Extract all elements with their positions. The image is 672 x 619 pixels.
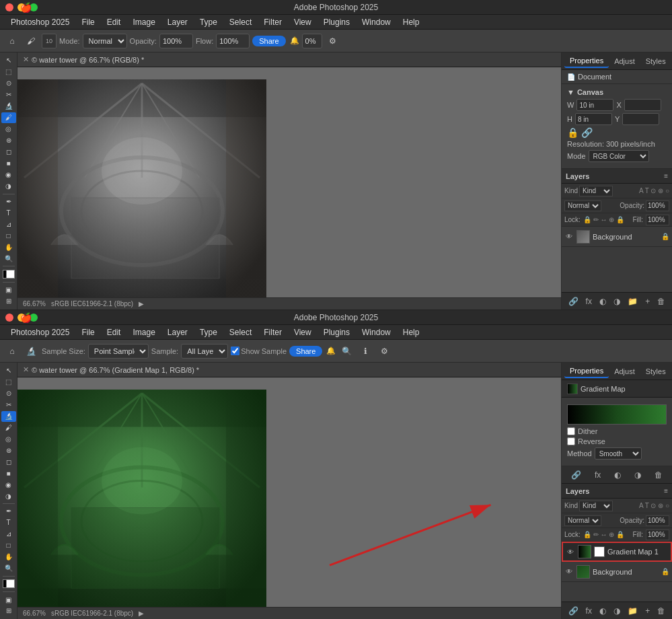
lt-pen-top[interactable]: ✒	[1, 196, 16, 207]
top-mode-select[interactable]: RGB Color	[589, 150, 649, 162]
menu-view-top[interactable]: View	[289, 16, 317, 28]
lt-blur-top[interactable]: ◉	[1, 170, 16, 180]
lt-zoom-bottom[interactable]: 🔍	[1, 563, 16, 574]
lt-eraser-bottom[interactable]: ◻	[1, 457, 16, 468]
bottom-lf-fx[interactable]: fx	[583, 605, 595, 617]
bottom-layers-menu[interactable]: ≡	[664, 487, 668, 495]
lt-extra2-bottom[interactable]: ⊞	[1, 606, 16, 616]
bottom-lf-link[interactable]: 🔗	[566, 605, 581, 617]
top-h-input[interactable]	[575, 113, 612, 125]
lt-shape-top[interactable]: □	[1, 231, 16, 242]
home-btn-top[interactable]: ⌂	[4, 33, 20, 49]
lt-path-top[interactable]: ⊿	[1, 219, 16, 230]
bottom-layer-gradmap[interactable]: 👁 Gradient Map 1	[562, 542, 672, 562]
bottom-lf-group[interactable]: 📁	[625, 605, 640, 617]
top-lf-new[interactable]: +	[642, 295, 652, 307]
top-x-input[interactable]	[624, 99, 661, 111]
menu-layer-bottom[interactable]: Layer	[162, 326, 193, 338]
top-lf-link[interactable]: 🔗	[566, 295, 581, 307]
tab-styles-bottom[interactable]: Styles	[640, 365, 671, 377]
lt-dodge-bottom[interactable]: ◑	[1, 490, 16, 501]
share-btn-bottom[interactable]: Share	[289, 346, 322, 357]
top-lf-fx[interactable]: fx	[583, 295, 595, 307]
menu-type-bottom[interactable]: Type	[194, 326, 223, 338]
lt-extra2-top[interactable]: ⊞	[1, 296, 16, 307]
bottom-opacity-val[interactable]: 100%	[646, 515, 669, 526]
bottom-adj-btn1[interactable]: 🔗	[568, 469, 584, 481]
lt-select-bottom[interactable]: ⬚	[1, 377, 16, 388]
eyedrop-btn-bottom[interactable]: 🔬	[23, 343, 39, 359]
menu-select-bottom[interactable]: Select	[224, 326, 257, 338]
lt-stamp-top[interactable]: ◎	[1, 124, 16, 135]
lt-move-bottom[interactable]: ↖	[1, 365, 16, 376]
menu-view-bottom[interactable]: View	[289, 326, 317, 338]
menu-plugins-top[interactable]: Plugins	[318, 16, 355, 28]
bottom-adj-btn3[interactable]: ◐	[611, 469, 624, 481]
dither-checkbox[interactable]	[567, 427, 575, 435]
top-lf-adj[interactable]: ◑	[611, 295, 623, 307]
opacity-input-top[interactable]: 100%	[159, 34, 193, 48]
dither-label[interactable]: Dither	[567, 427, 667, 435]
menu-photoshop-bottom[interactable]: Photoshop 2025	[5, 326, 75, 338]
lt-colors-bottom[interactable]	[3, 579, 15, 588]
menu-filter-top[interactable]: Filter	[258, 16, 287, 28]
lt-select-top[interactable]: ⬚	[1, 67, 16, 77]
menu-window-top[interactable]: Window	[357, 16, 396, 28]
top-blend-select[interactable]: Normal	[564, 201, 601, 211]
top-link-icon2[interactable]: 🔗	[581, 127, 593, 138]
sample-size-select[interactable]: Point Sample	[88, 344, 149, 359]
lt-bg-color-bottom[interactable]	[6, 579, 15, 588]
bottom-kind-select[interactable]: Kind	[579, 501, 613, 511]
gmap-preview[interactable]	[567, 404, 667, 425]
lt-lasso-top[interactable]: ⊙	[1, 78, 16, 89]
top-kind-select[interactable]: Kind	[579, 186, 613, 196]
settings-btn-bottom[interactable]: ⚙	[376, 343, 392, 359]
bottom-fill-val[interactable]: 100%	[646, 530, 669, 540]
menu-filter-bottom[interactable]: Filter	[258, 326, 287, 338]
menu-image-top[interactable]: Image	[127, 16, 160, 28]
show-sample-checkbox[interactable]	[231, 347, 239, 355]
tab-adjust-bottom[interactable]: Adjust	[609, 365, 640, 377]
reverse-checkbox[interactable]	[567, 437, 575, 445]
lt-brush-top[interactable]: 🖌	[1, 112, 16, 123]
lt-path-bottom[interactable]: ⊿	[1, 529, 16, 540]
menu-type-top[interactable]: Type	[194, 16, 223, 28]
top-link-icon1[interactable]: 🔒	[567, 127, 578, 138]
bottom-layer-eye-bg[interactable]: 👁	[564, 567, 574, 577]
home-btn-bottom[interactable]: ⌂	[4, 343, 20, 359]
menu-image-bottom[interactable]: Image	[127, 326, 160, 338]
settings-btn-top[interactable]: ⚙	[325, 33, 341, 49]
top-y-input[interactable]	[622, 113, 659, 125]
lt-zoom-top[interactable]: 🔍	[1, 253, 16, 264]
brush-btn-top[interactable]: 🖌	[23, 33, 39, 49]
lt-history-bottom[interactable]: ⊛	[1, 445, 16, 456]
bottom-close-button[interactable]	[5, 314, 13, 322]
lt-crop-top[interactable]: ✂	[1, 89, 16, 100]
top-canvas-close[interactable]: ✕	[23, 55, 29, 64]
lt-crop-bottom[interactable]: ✂	[1, 400, 16, 410]
lt-eraser-top[interactable]: ◻	[1, 147, 16, 157]
show-sample-label[interactable]: Show Sample	[231, 347, 287, 355]
lt-shape-bottom[interactable]: □	[1, 540, 16, 551]
top-opacity-val[interactable]: 100%	[646, 201, 669, 211]
menu-file-bottom[interactable]: File	[76, 326, 100, 338]
menu-window-bottom[interactable]: Window	[357, 326, 396, 338]
lt-gradient-top[interactable]: ■	[1, 158, 16, 169]
lt-lasso-bottom[interactable]: ⊙	[1, 388, 16, 399]
tab-properties-bottom[interactable]: Properties	[564, 365, 609, 378]
reverse-label[interactable]: Reverse	[567, 437, 667, 445]
menu-help-top[interactable]: Help	[398, 16, 425, 28]
top-layer-background[interactable]: 👁 Background 🔒	[562, 227, 672, 247]
menu-edit-top[interactable]: Edit	[102, 16, 126, 28]
lt-bg-color-top[interactable]	[6, 270, 15, 279]
flow-input-top[interactable]: 100%	[216, 34, 250, 48]
top-lf-delete[interactable]: 🗑	[655, 295, 668, 307]
menu-help-bottom[interactable]: Help	[398, 326, 425, 338]
tab-adjust-top[interactable]: Adjust	[609, 55, 640, 67]
tab-styles-top[interactable]: Styles	[640, 55, 671, 67]
info-btn-bottom[interactable]: ℹ	[357, 343, 373, 359]
mode-select-top[interactable]: Normal	[83, 34, 127, 48]
top-lf-mask[interactable]: ◐	[597, 295, 609, 307]
lt-hand-bottom[interactable]: ✋	[1, 552, 16, 562]
bottom-lf-mask[interactable]: ◐	[597, 605, 609, 617]
